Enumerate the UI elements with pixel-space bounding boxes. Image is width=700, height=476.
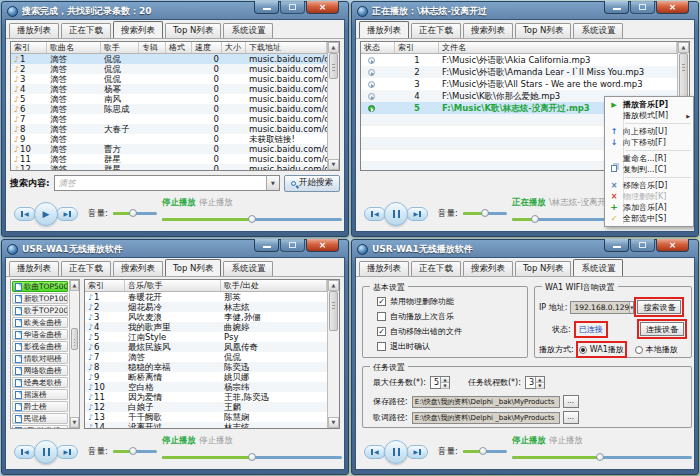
maximize-button[interactable]: [630, 239, 655, 252]
table-row[interactable]: ♪12滴答群星0music.baidu.com/da: [11, 164, 327, 170]
table-row[interactable]: ♪7滴答0music.baidu.com/da: [11, 114, 327, 124]
previous-button[interactable]: ◀: [14, 207, 36, 221]
tab-4[interactable]: 系统设置: [573, 259, 623, 276]
sidebar-item[interactable]: 歌曲TOP500: [12, 281, 68, 292]
sidebar-item[interactable]: 歌手TOP200: [12, 305, 68, 316]
menu-item[interactable]: 播放模式[M]▶: [605, 110, 693, 121]
pause-button[interactable]: [384, 202, 408, 226]
maximize-button[interactable]: [280, 1, 305, 14]
close-button[interactable]: ×: [306, 239, 339, 252]
table-row[interactable]: 2F:\Music\外语歌\Amanda Lear - I`ll Miss Yo…: [361, 66, 677, 78]
menu-item[interactable]: ▶播放音乐[P]: [605, 99, 693, 110]
table-row[interactable]: ♪5滴答南风0music.baidu.com/da: [11, 94, 327, 104]
menu-item[interactable]: ✓全部选中[S]: [605, 213, 693, 224]
table-row[interactable]: ♪10空白格杨宗纬: [85, 382, 327, 392]
volume-slider[interactable]: [463, 212, 507, 215]
tab-4[interactable]: 系统设置: [223, 261, 273, 276]
search-input[interactable]: [55, 178, 266, 188]
pause-button[interactable]: [34, 440, 58, 464]
next-button[interactable]: ▶: [406, 207, 428, 221]
tab-2[interactable]: 搜索列表: [113, 21, 163, 38]
sidebar-item[interactable]: 摇滚榜: [12, 389, 68, 400]
browse-save-button[interactable]: ...: [563, 395, 579, 408]
table-row[interactable]: ♪14没离开过林志炫: [85, 422, 327, 428]
minimize-button[interactable]: [604, 1, 629, 14]
column-header[interactable]: 索引: [85, 280, 125, 291]
search-device-button[interactable]: 搜索设备: [637, 300, 681, 314]
maximize-button[interactable]: [630, 1, 655, 14]
maximize-button[interactable]: [280, 239, 305, 252]
progress-slider[interactable]: [162, 456, 342, 459]
previous-button[interactable]: ◀: [364, 445, 386, 459]
sidebar-item[interactable]: 欧美金曲榜: [12, 317, 68, 328]
column-header[interactable]: 索引: [395, 42, 439, 53]
tab-3[interactable]: Top N列表: [165, 259, 221, 276]
column-header[interactable]: 下载地址: [246, 42, 327, 53]
connect-device-button[interactable]: 连接设备: [640, 322, 684, 336]
scroll-up-icon[interactable]: ▲: [678, 42, 689, 53]
progress-slider[interactable]: [512, 456, 692, 459]
table-row[interactable]: ♪8滴答大春子0music.baidu.com/da: [11, 124, 327, 134]
play-button[interactable]: ▶: [34, 202, 58, 226]
close-button[interactable]: ×: [306, 1, 339, 14]
next-button[interactable]: ▶: [406, 445, 428, 459]
scroll-thumb[interactable]: [329, 53, 338, 79]
scroll-up-icon[interactable]: ▲: [328, 280, 339, 291]
tab-3[interactable]: Top N列表: [515, 261, 571, 276]
table-row[interactable]: ♪3风吹麦浪李健,孙俪: [85, 312, 327, 322]
column-header[interactable]: 文件名: [439, 42, 677, 53]
table-row[interactable]: ♪5江南StylePsy: [85, 332, 327, 342]
sidebar-item[interactable]: KTV热歌榜: [12, 425, 68, 428]
column-header[interactable]: 音乐/歌手: [125, 280, 221, 291]
scroll-thumb[interactable]: [71, 328, 78, 350]
sidebar-item[interactable]: 爵士榜: [12, 401, 68, 412]
table-row[interactable]: 3F:\Music\外语歌\All Stars - We are the wor…: [361, 78, 677, 90]
tab-4[interactable]: 系统设置: [223, 23, 273, 38]
sidebar-item[interactable]: 经典老歌榜: [12, 377, 68, 388]
column-header[interactable]: 格式: [166, 42, 192, 53]
ip-address-combo[interactable]: 192.168.0.129 ▼: [570, 301, 634, 314]
checked-checkbox[interactable]: ✓: [377, 327, 386, 336]
table-row[interactable]: ♪4我的歌声里曲婉婷: [85, 322, 327, 332]
scroll-up-icon[interactable]: ▲: [328, 42, 339, 53]
lyric-path-field[interactable]: E:\快盘\我的资料\Delphi _bak\MyProducts: [412, 412, 560, 424]
table-row[interactable]: ♪9断桥离情姚贝娜: [85, 372, 327, 382]
spin-down-icon[interactable]: ▼: [536, 383, 544, 389]
next-button[interactable]: ▶: [56, 207, 78, 221]
save-path-field[interactable]: E:\快盘\我的资料\Delphi _bak\MyProducts: [412, 396, 560, 408]
sidebar-item[interactable]: 影视金曲榜: [12, 341, 68, 352]
table-row[interactable]: ♪9滴答0未获取链接!: [11, 134, 327, 144]
next-button[interactable]: ▶: [56, 445, 78, 459]
table-header[interactable]: 状态索引文件名: [361, 42, 677, 54]
column-header[interactable]: 状态: [361, 42, 395, 53]
close-button[interactable]: ×: [656, 1, 689, 14]
tab-2[interactable]: 搜索列表: [463, 261, 513, 276]
table-row[interactable]: ♪13千千阙歌陈慧娴: [85, 412, 327, 422]
titlebar[interactable]: 搜索完成，共找到记录条数：20 ×: [5, 2, 345, 19]
column-header[interactable]: 速度: [192, 42, 222, 53]
tab-0[interactable]: 播放列表: [359, 261, 409, 276]
unchecked-checkbox[interactable]: [377, 312, 386, 321]
table-row[interactable]: ♪6最炫民族风凤凰传奇: [85, 342, 327, 352]
wa1-play-radio[interactable]: [579, 346, 587, 354]
progress-slider[interactable]: [162, 218, 342, 221]
scroll-thumb[interactable]: [329, 291, 338, 331]
scroll-down-icon[interactable]: ▼: [70, 417, 79, 428]
column-header[interactable]: 专辑: [139, 42, 166, 53]
vertical-scrollbar[interactable]: ▲ ▼: [327, 280, 339, 428]
previous-button[interactable]: ◀: [14, 445, 36, 459]
vertical-scrollbar[interactable]: ▲ ▼: [327, 42, 339, 170]
tab-3[interactable]: Top N列表: [515, 23, 571, 38]
table-row[interactable]: ♪1春暖花开那英: [85, 292, 327, 302]
threads-stepper[interactable]: 3 ▲▼: [525, 376, 545, 389]
dropdown-arrow-icon[interactable]: ▼: [266, 176, 279, 190]
scroll-down-icon[interactable]: ▼: [328, 417, 339, 428]
minimize-button[interactable]: [254, 239, 279, 252]
minimize-button[interactable]: [604, 239, 629, 252]
titlebar[interactable]: 正在播放：\林志炫-没离开过 ×: [355, 2, 695, 19]
sidebar-item[interactable]: 华语金曲榜: [12, 329, 68, 340]
tab-1[interactable]: 正在下载: [61, 23, 111, 38]
column-header[interactable]: 歌手: [101, 42, 139, 53]
tab-0[interactable]: 播放列表: [9, 23, 59, 38]
table-row[interactable]: ♪8稳稳的幸福陈奕迅: [85, 362, 327, 372]
